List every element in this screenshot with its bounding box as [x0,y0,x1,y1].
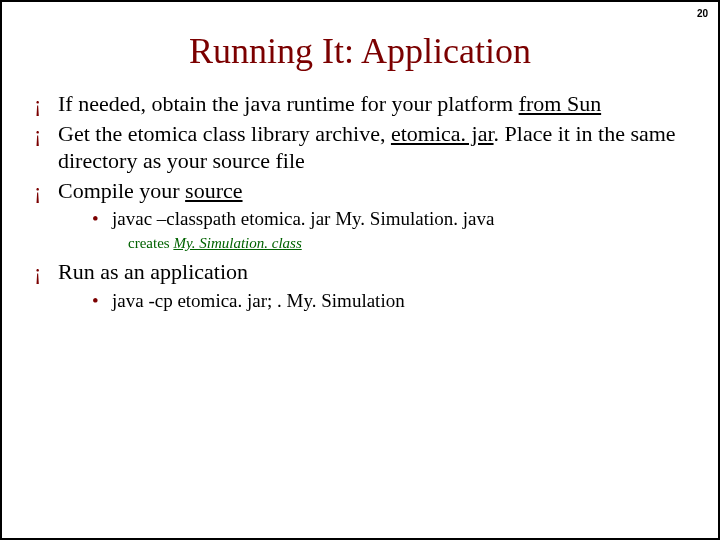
bullet-text: Compile your [58,178,185,203]
page-number: 20 [697,8,708,19]
sub-item: javac –classpath etomica. jar My. Simula… [58,206,690,232]
bullet-text: If needed, obtain the java runtime for y… [58,91,519,116]
note-filename: My. Simulation. class [173,235,301,251]
bullet-item: If needed, obtain the java runtime for y… [30,90,690,118]
link-etomica-jar[interactable]: etomica. jar [391,121,494,146]
note-prefix: creates [128,235,173,251]
slide-content: If needed, obtain the java runtime for y… [2,90,718,314]
slide-title: Running It: Application [2,30,718,72]
link-from-sun[interactable]: from Sun [519,91,602,116]
sub-item: java -cp etomica. jar; . My. Simulation [58,288,690,314]
bullet-item: Run as an application java -cp etomica. … [30,258,690,313]
bullet-text: Get the etomica class library archive, [58,121,391,146]
code-text: java -cp etomica. jar; . My. Simulation [112,290,405,311]
sub-list: javac –classpath etomica. jar My. Simula… [58,206,690,232]
bullet-text: Run as an application [58,259,248,284]
slide-frame: 20 Running It: Application If needed, ob… [0,0,720,540]
bullet-item: Get the etomica class library archive, e… [30,120,690,175]
sub-list: java -cp etomica. jar; . My. Simulation [58,288,690,314]
note-text: creates My. Simulation. class [58,234,690,253]
bullet-item: Compile your source javac –classpath eto… [30,177,690,253]
bullet-list: If needed, obtain the java runtime for y… [30,90,690,314]
code-text: javac –classpath etomica. jar My. Simula… [112,208,494,229]
link-source[interactable]: source [185,178,242,203]
